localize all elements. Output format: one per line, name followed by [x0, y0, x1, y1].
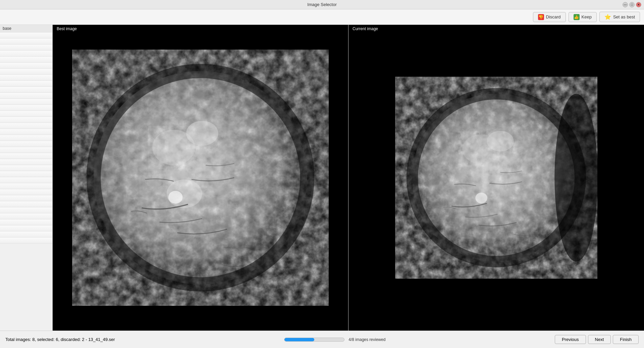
sidebar-item[interactable] [0, 135, 52, 141]
minimize-btn[interactable]: — [623, 2, 628, 7]
previous-button[interactable]: Previous [555, 335, 586, 344]
sidebar-item[interactable] [0, 237, 52, 243]
sidebar-item[interactable] [0, 129, 52, 135]
status-text: Total images: 8, selected: 6, discarded:… [5, 337, 115, 342]
sidebar-item[interactable] [0, 195, 52, 201]
next-button[interactable]: Next [588, 335, 611, 344]
discard-icon: 👎 [538, 14, 544, 20]
sidebar-item[interactable] [0, 75, 52, 81]
sidebar-item[interactable] [0, 231, 52, 237]
svg-point-4 [186, 121, 218, 146]
sidebar-item[interactable] [0, 57, 52, 63]
sidebar-item[interactable] [0, 93, 52, 99]
nav-buttons: Previous Next Finish [555, 335, 639, 344]
sidebar-item[interactable] [0, 69, 52, 75]
bottom-bar: Total images: 8, selected: 6, discarded:… [0, 331, 644, 348]
sidebar-item[interactable] [0, 225, 52, 231]
svg-point-6 [168, 191, 182, 204]
sidebar-item[interactable] [0, 213, 52, 219]
sidebar-item[interactable] [0, 141, 52, 147]
svg-point-12 [487, 131, 514, 151]
sidebar-item[interactable] [0, 147, 52, 153]
sidebar-item[interactable] [0, 105, 52, 111]
set-as-best-label: Set as best [613, 14, 635, 19]
finish-button[interactable]: Finish [613, 335, 639, 344]
progress-text: 4/8 images reviewed [348, 337, 385, 342]
sidebar-item[interactable] [0, 153, 52, 159]
sidebar-item[interactable] [0, 123, 52, 129]
sidebar-item[interactable] [0, 111, 52, 117]
sidebar-item[interactable] [0, 87, 52, 93]
star-icon: ⭐ [604, 14, 611, 20]
sidebar-item[interactable] [0, 99, 52, 105]
sidebar-item[interactable] [0, 51, 52, 57]
progress-bar-fill [284, 338, 314, 341]
sidebar-item[interactable] [0, 45, 52, 51]
sidebar-item[interactable] [0, 201, 52, 207]
sidebar-list[interactable] [0, 32, 52, 331]
title-bar: Image Selector — □ ✕ [0, 0, 644, 9]
set-as-best-button[interactable]: ⭐ Set as best [599, 12, 640, 22]
sidebar-item[interactable] [0, 165, 52, 171]
best-image-panel: Best image [53, 25, 348, 331]
maximize-btn[interactable]: □ [629, 2, 635, 7]
sidebar-item[interactable] [0, 177, 52, 183]
sidebar-item[interactable] [0, 81, 52, 87]
svg-point-13 [475, 193, 487, 203]
image-panels: Best image [53, 25, 644, 331]
sidebar-item[interactable] [0, 171, 52, 177]
sidebar-item[interactable] [0, 189, 52, 195]
current-image-panel: Current image [348, 25, 644, 331]
keep-icon: 👍 [574, 14, 580, 20]
current-image-canvas [348, 25, 644, 331]
sidebar-header: base [0, 25, 52, 32]
panels-container: Best image [53, 25, 644, 331]
main-area: base Best image [0, 25, 644, 331]
sidebar: base [0, 25, 53, 331]
close-btn[interactable]: ✕ [636, 2, 641, 7]
sidebar-item[interactable] [0, 39, 52, 45]
sidebar-item[interactable] [0, 63, 52, 69]
sidebar-item[interactable] [0, 183, 52, 189]
window-title: Image Selector [307, 2, 336, 7]
window-controls: — □ ✕ [623, 2, 641, 7]
current-image-label: Current image [351, 26, 379, 31]
sidebar-item[interactable] [0, 219, 52, 225]
discard-label: Discard [546, 14, 561, 19]
progress-section: 4/8 images reviewed [120, 337, 549, 342]
best-image-canvas [53, 25, 348, 331]
keep-button[interactable]: 👍 Keep [569, 12, 597, 22]
keep-label: Keep [582, 14, 592, 19]
sidebar-item[interactable] [0, 207, 52, 213]
sidebar-item[interactable] [0, 117, 52, 123]
svg-point-15 [554, 94, 598, 262]
discard-button[interactable]: 👎 Discard [533, 12, 566, 22]
toolbar: 👎 Discard 👍 Keep ⭐ Set as best [0, 9, 644, 25]
sidebar-item[interactable] [0, 159, 52, 165]
best-image-label: Best image [55, 26, 78, 31]
progress-bar-container [284, 338, 344, 342]
sidebar-item[interactable] [0, 32, 52, 39]
